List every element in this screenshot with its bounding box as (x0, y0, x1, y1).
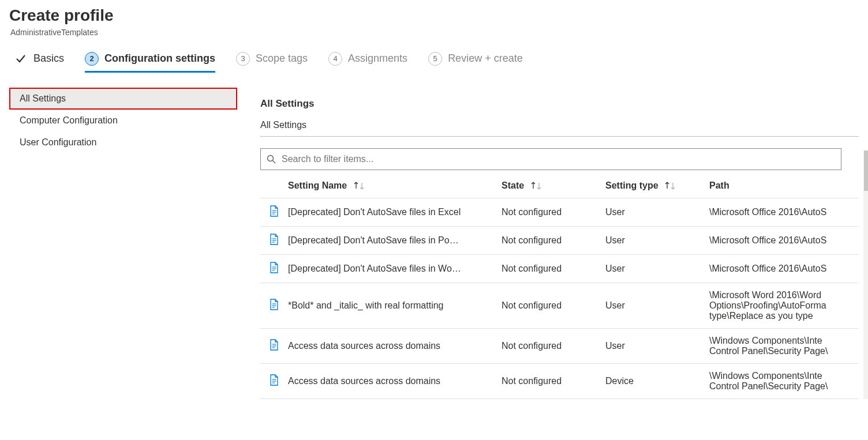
cell-path: \Windows Components\Inte Control Panel\S… (709, 328, 859, 363)
step-number-badge: 2 (85, 52, 99, 66)
step-label: Basics (33, 52, 64, 65)
cell-state: Not configured (502, 198, 605, 226)
page-title: Create profile (9, 6, 859, 25)
cell-setting-type: User (605, 198, 709, 226)
column-header-state[interactable]: State (502, 174, 605, 198)
cell-setting-name: [Deprecated] Don't AutoSave files in Po… (288, 226, 502, 254)
scrollbar[interactable] (863, 151, 868, 399)
svg-line-1 (273, 160, 276, 163)
cell-path: \Microsoft Office 2016\AutoS (709, 254, 859, 283)
step-label: Assignments (348, 52, 407, 65)
table-row[interactable]: [Deprecated] Don't AutoSave files in Exc… (260, 198, 859, 226)
search-icon (267, 155, 276, 164)
cell-state: Not configured (502, 283, 605, 328)
cell-state: Not configured (502, 363, 605, 398)
cell-setting-name: Access data sources across domains (288, 363, 502, 398)
step-review-create[interactable]: 5 Review + create (428, 52, 523, 72)
document-icon (270, 234, 279, 247)
column-label: Setting type (605, 180, 659, 190)
step-number-badge: 3 (236, 52, 250, 66)
cell-path: \Windows Components\Inte Control Panel\S… (709, 363, 859, 398)
table-row[interactable]: *Bold* and _italic_ with real formatting… (260, 283, 859, 328)
settings-tree: All Settings Computer Configuration User… (9, 85, 237, 399)
sidebar-item-label: Computer Configuration (20, 115, 118, 125)
step-number-badge: 5 (428, 52, 442, 66)
step-scope-tags[interactable]: 3 Scope tags (236, 52, 308, 72)
step-basics[interactable]: Basics (14, 52, 64, 72)
sidebar-item-user-configuration[interactable]: User Configuration (9, 131, 237, 153)
cell-path: \Microsoft Office 2016\AutoS (709, 198, 859, 226)
search-input[interactable] (280, 153, 835, 165)
step-label: Configuration settings (104, 52, 215, 65)
step-configuration-settings[interactable]: 2 Configuration settings (85, 52, 215, 72)
sort-icon (664, 182, 676, 190)
sidebar-item-label: All Settings (20, 93, 66, 103)
document-icon (270, 262, 279, 276)
cell-path: \Microsoft Office 2016\AutoS (709, 226, 859, 254)
cell-setting-type: Device (605, 363, 709, 398)
divider (260, 136, 859, 137)
document-icon (270, 205, 279, 219)
cell-state: Not configured (502, 328, 605, 363)
step-label: Scope tags (256, 52, 308, 65)
sort-icon (530, 182, 542, 190)
cell-setting-type: User (605, 283, 709, 328)
cell-setting-name: Access data sources across domains (288, 328, 502, 363)
section-title: All Settings (260, 98, 859, 110)
cell-setting-type: User (605, 226, 709, 254)
cell-setting-type: User (605, 328, 709, 363)
step-label: Review + create (448, 52, 523, 65)
column-header-setting-name[interactable]: Setting Name (288, 174, 502, 198)
cell-setting-name: [Deprecated] Don't AutoSave files in Wo… (288, 254, 502, 283)
sidebar-item-all-settings[interactable]: All Settings (9, 88, 237, 110)
search-box[interactable] (260, 148, 841, 170)
cell-setting-name: *Bold* and _italic_ with real formatting (288, 283, 502, 328)
svg-point-0 (268, 155, 274, 161)
checkmark-icon (14, 52, 28, 66)
sidebar-item-label: User Configuration (20, 137, 96, 147)
column-header-path[interactable]: Path (709, 174, 859, 198)
scrollbar-thumb[interactable] (864, 151, 868, 191)
column-label: State (502, 180, 524, 190)
breadcrumb: All Settings (260, 120, 859, 130)
step-assignments[interactable]: 4 Assignments (328, 52, 407, 72)
document-icon (270, 339, 279, 353)
cell-setting-type: User (605, 254, 709, 283)
column-label: Path (709, 180, 729, 190)
table-row[interactable]: Access data sources across domains Not c… (260, 328, 859, 363)
document-icon (270, 299, 279, 313)
cell-state: Not configured (502, 226, 605, 254)
wizard-steps: Basics 2 Configuration settings 3 Scope … (14, 52, 859, 72)
sort-icon (353, 182, 365, 190)
cell-setting-name: [Deprecated] Don't AutoSave files in Exc… (288, 198, 502, 226)
cell-path: \Microsoft Word 2016\Word Options\Proofi… (709, 283, 859, 328)
sidebar-item-computer-configuration[interactable]: Computer Configuration (9, 110, 237, 131)
column-label: Setting Name (288, 180, 347, 190)
cell-state: Not configured (502, 254, 605, 283)
document-icon (270, 374, 279, 388)
column-header-setting-type[interactable]: Setting type (605, 174, 709, 198)
table-row[interactable]: Access data sources across domains Not c… (260, 363, 859, 398)
settings-table: Setting Name State (260, 174, 859, 399)
step-number-badge: 4 (328, 52, 342, 66)
table-row[interactable]: [Deprecated] Don't AutoSave files in Po…… (260, 226, 859, 254)
page-subtitle: AdministrativeTemplates (10, 28, 859, 37)
table-row[interactable]: [Deprecated] Don't AutoSave files in Wo…… (260, 254, 859, 283)
